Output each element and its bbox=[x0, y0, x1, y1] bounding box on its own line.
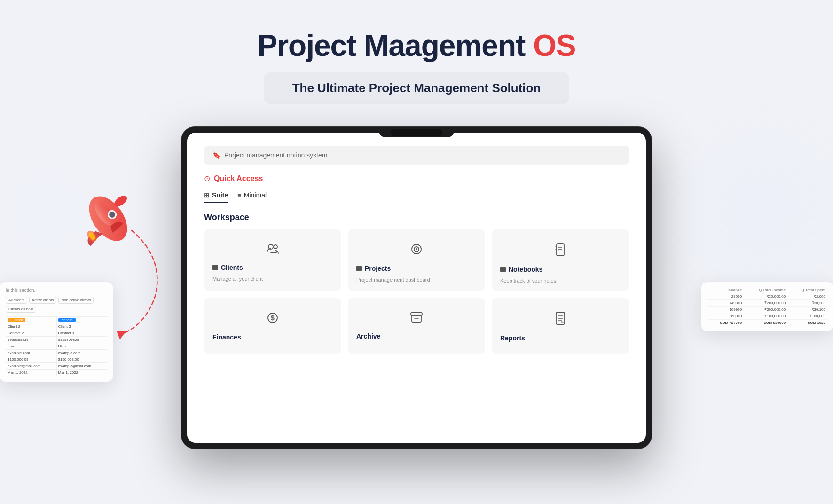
hero-subtitle: The Ultimate Project Management Solution bbox=[292, 81, 541, 95]
svg-point-9 bbox=[274, 245, 277, 249]
hero-subtitle-box: The Ultimate Project Management Solution bbox=[264, 72, 569, 104]
lp-amount1: $100,000.09 bbox=[6, 356, 57, 363]
lp-date1: Mar 1, 2022 bbox=[6, 370, 57, 376]
lp-phone2: 9969309809 bbox=[56, 337, 107, 343]
hero-title-main: Project Maagement bbox=[257, 29, 525, 63]
left-panel-tabs: All clients Active clients Non active cl… bbox=[6, 297, 107, 313]
archive-icon bbox=[410, 312, 423, 326]
tablet-camera bbox=[391, 129, 442, 136]
lp-amount2: $100,003.00 bbox=[56, 356, 107, 363]
lp-tab-all[interactable]: All clients bbox=[6, 297, 27, 304]
reports-icon bbox=[555, 312, 566, 328]
archive-title: Archive bbox=[356, 332, 380, 340]
tablet-frame: 🔖 Project management notion system ⊙ Qui… bbox=[181, 127, 652, 449]
breadcrumb-bar: 🔖 Project management notion system bbox=[204, 146, 629, 165]
clients-title-row: Clients bbox=[212, 264, 333, 271]
lp-email2: example@mail.com bbox=[56, 363, 107, 370]
projects-desc: Project management dashboard bbox=[356, 277, 477, 283]
svg-rect-23 bbox=[412, 315, 421, 322]
lp-domain1: example.com bbox=[6, 350, 57, 356]
quick-access-label: Quick Access bbox=[214, 174, 263, 183]
projects-icon bbox=[410, 243, 423, 258]
bookmark-icon: 🔖 bbox=[212, 151, 220, 159]
finances-icon: $ bbox=[267, 312, 279, 327]
rp-row-1: 28000₹30,000.00₹2,000 bbox=[707, 293, 827, 300]
left-panel: in this section. All clients Active clie… bbox=[0, 282, 113, 382]
lp-email1: example@mail.com bbox=[6, 363, 57, 370]
lp-tab-hold[interactable]: Clients on hold bbox=[6, 306, 36, 313]
lp-contact3: Contact 3 bbox=[56, 330, 107, 337]
notebooks-title-row: Notebooks bbox=[500, 266, 621, 273]
lp-val-low: Low bbox=[6, 343, 57, 350]
projects-db-icon bbox=[356, 266, 362, 271]
reports-icon-area bbox=[500, 307, 621, 330]
notebooks-icon bbox=[555, 243, 566, 259]
card-archive[interactable]: Archive bbox=[348, 298, 485, 354]
rp-row-2: 149800₹200,000.00₹30,200 bbox=[707, 300, 827, 307]
lp-date2: Mar 1, 2022 bbox=[56, 370, 107, 376]
projects-icon-area bbox=[356, 238, 477, 260]
hero-section: Project Maagement OS The Ultimate Projec… bbox=[0, 0, 833, 123]
clients-icon bbox=[266, 243, 279, 257]
lp-contact2: Contact 2 bbox=[6, 330, 57, 337]
finances-icon-area: $ bbox=[212, 307, 333, 329]
screen-content: 🔖 Project management notion system ⊙ Qui… bbox=[187, 133, 646, 367]
svg-text:$: $ bbox=[271, 314, 275, 322]
card-finances[interactable]: $ Finances bbox=[204, 298, 341, 354]
quick-access-row[interactable]: ⊙ Quick Access bbox=[204, 174, 629, 183]
notebooks-desc: Keep track of your notes bbox=[500, 278, 621, 284]
rp-sum-row: SUM 427700 SUM $30000 SUM 1023 bbox=[707, 320, 827, 326]
right-panel: Balance Q Total Income Q Total Spent 280… bbox=[701, 282, 833, 331]
finances-title: Finances bbox=[212, 333, 241, 341]
rp-col-spent: Q Total Spent bbox=[787, 287, 827, 293]
rp-col-balance: Balance bbox=[707, 287, 744, 293]
right-panel-table: Balance Q Total Income Q Total Spent 280… bbox=[707, 287, 827, 326]
reports-title-row: Reports bbox=[500, 334, 621, 342]
badge-qualified: Qualified bbox=[8, 318, 25, 322]
finances-title-row: Finances bbox=[212, 333, 333, 341]
card-projects[interactable]: Projects Project management dashboard bbox=[348, 229, 485, 291]
breadcrumb-text: Project management notion system bbox=[224, 151, 327, 159]
rp-col-income: Q Total Income bbox=[744, 287, 787, 293]
rp-row-4: 60000₹100,000.00₹100,000 bbox=[707, 313, 827, 320]
reports-title: Reports bbox=[500, 334, 525, 342]
clients-icon-area bbox=[212, 238, 333, 259]
cards-grid: Clients Manage all your client bbox=[204, 229, 629, 354]
rp-row-3: 169900₹200,000.00₹30,100 bbox=[707, 307, 827, 313]
archive-icon-area bbox=[356, 307, 477, 328]
tab-minimal[interactable]: ≡ Minimal bbox=[237, 191, 267, 203]
minimal-icon: ≡ bbox=[237, 192, 241, 199]
lp-tab-active[interactable]: Active clients bbox=[29, 297, 57, 304]
suite-icon: ⊞ bbox=[204, 192, 209, 199]
notebooks-db-icon bbox=[500, 267, 506, 272]
lp-client2: Client 2 bbox=[6, 323, 57, 330]
lp-tab-nonactive[interactable]: Non active clients bbox=[58, 297, 94, 304]
card-reports[interactable]: Reports bbox=[492, 298, 629, 354]
tabs-row: ⊞ Suite ≡ Minimal bbox=[204, 191, 629, 205]
hero-title-accent: OS bbox=[533, 29, 575, 63]
svg-point-12 bbox=[416, 248, 417, 250]
clients-db-icon bbox=[212, 265, 218, 270]
notebooks-title: Notebooks bbox=[509, 266, 542, 273]
archive-title-row: Archive bbox=[356, 332, 477, 340]
quick-access-icon: ⊙ bbox=[204, 174, 210, 183]
tab-suite-label: Suite bbox=[212, 191, 228, 199]
svg-rect-22 bbox=[411, 313, 422, 315]
lp-domain2: example.com bbox=[56, 350, 107, 356]
lp-phone1: 9969399839 bbox=[6, 337, 57, 343]
tab-minimal-label: Minimal bbox=[244, 191, 267, 199]
projects-title-row: Projects bbox=[356, 265, 477, 272]
lp-val-high: High bbox=[56, 343, 107, 350]
tablet-screen: 🔖 Project management notion system ⊙ Qui… bbox=[187, 133, 646, 443]
clients-desc: Manage all your client bbox=[212, 276, 333, 282]
workspace-title: Workspace bbox=[204, 213, 629, 222]
tablet-wrapper: 🔖 Project management notion system ⊙ Qui… bbox=[181, 127, 652, 449]
hero-title: Project Maagement OS bbox=[0, 28, 833, 63]
card-notebooks[interactable]: Notebooks Keep track of your notes bbox=[492, 229, 629, 291]
left-panel-table: Qualified Proposal Client 2 Client 3 Con… bbox=[6, 316, 107, 376]
clients-title: Clients bbox=[221, 264, 243, 271]
card-clients[interactable]: Clients Manage all your client bbox=[204, 229, 341, 291]
tablet-notch bbox=[379, 127, 454, 137]
tab-suite[interactable]: ⊞ Suite bbox=[204, 191, 228, 203]
notebooks-icon-area bbox=[500, 238, 621, 261]
